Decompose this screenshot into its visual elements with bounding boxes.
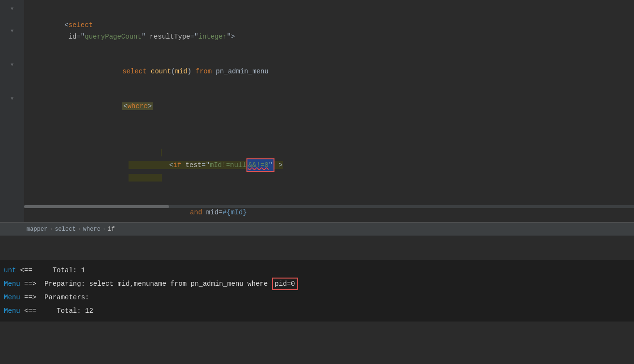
- console-line-2: Menu ==> Preparing: select mid,menuname …: [4, 277, 634, 291]
- console-arrow-1: <==: [16, 264, 36, 277]
- console-prefix-3: Menu: [4, 291, 20, 304]
- line-where-tag: <where>: [32, 89, 634, 124]
- breadcrumb-bar: mapper › select › where › if: [0, 222, 634, 236]
- console-arrow-4: <==: [20, 304, 41, 318]
- console-prefix-2: Menu: [4, 277, 20, 291]
- line-and-1: and mid=#{mId}: [32, 195, 634, 222]
- console-text-4: Total: 12: [41, 304, 93, 318]
- line-sql-select: select count(mid) from pn_admin_menu: [32, 54, 634, 89]
- console-arrow-3: ==>: [20, 291, 41, 304]
- breadcrumb-where[interactable]: where: [83, 226, 101, 233]
- breadcrumb-if[interactable]: if: [108, 226, 115, 233]
- editor-panel: ▼ ▼ ▼ ▼ <select id="queryPageCount" resu…: [0, 0, 634, 236]
- line-select-tag: <select id="queryPageCount" resultType="…: [32, 8, 634, 54]
- console-text-2: Preparing: select mid,menuname from pn_a…: [41, 277, 272, 291]
- console-text-3: Parameters:: [41, 291, 89, 304]
- scrollbar-thumb[interactable]: [24, 205, 169, 208]
- console-line-4: Menu <== Total: 12: [4, 304, 634, 318]
- line-blank: [32, 124, 634, 135]
- fold-arrow-4[interactable]: ▼: [8, 94, 16, 103]
- fold-arrow-2[interactable]: ▼: [8, 26, 16, 36]
- horizontal-scrollbar[interactable]: [24, 205, 634, 208]
- code-editor[interactable]: ▼ ▼ ▼ ▼ <select id="queryPageCount" resu…: [0, 0, 634, 222]
- breadcrumb-select[interactable]: select: [55, 226, 75, 233]
- fold-arrow-3[interactable]: ▼: [8, 60, 16, 70]
- console-prefix-1: unt: [4, 264, 16, 277]
- console-line-3: Menu ==> Parameters:: [4, 291, 634, 304]
- editor-gutter: ▼ ▼ ▼ ▼: [0, 0, 24, 222]
- code-lines: <select id="queryPageCount" resultType="…: [24, 4, 634, 222]
- console-arrow-2: ==>: [20, 277, 41, 291]
- panel-divider: [0, 236, 634, 260]
- line-if-tag-1: <if test="mId!=null&&!=0" >: [32, 135, 634, 195]
- fold-arrow-1[interactable]: ▼: [8, 4, 16, 14]
- breadcrumb-sep-1: ›: [49, 226, 53, 233]
- breadcrumb-sep-2: ›: [78, 226, 81, 233]
- console-text-1: Total: 1: [36, 264, 85, 277]
- console-prefix-4: Menu: [4, 304, 20, 318]
- console-line-1: unt <== Total: 1: [4, 264, 634, 277]
- breadcrumb-mapper[interactable]: mapper: [27, 226, 47, 233]
- console-highlight-2: pid=0: [272, 278, 298, 290]
- console-panel: unt <== Total: 1 Menu ==> Preparing: sel…: [0, 260, 634, 322]
- breadcrumb-sep-3: ›: [102, 226, 106, 233]
